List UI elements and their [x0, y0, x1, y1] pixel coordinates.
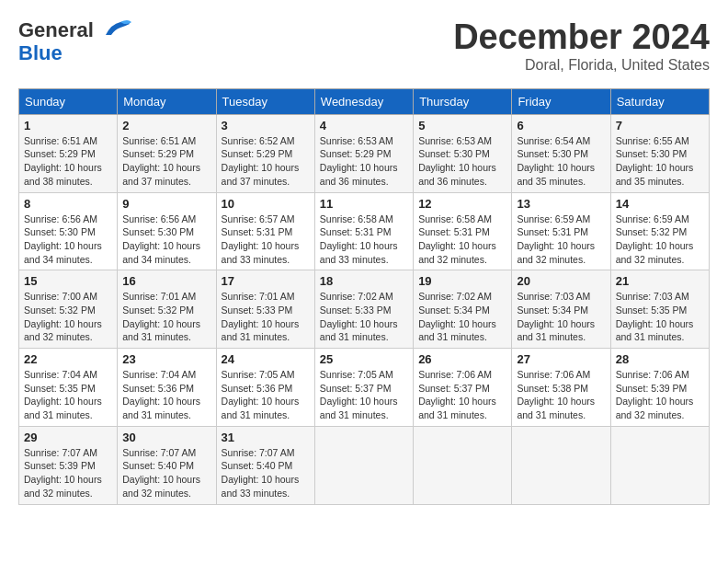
calendar-cell: 1 Sunrise: 6:51 AM Sunset: 5:29 PM Dayli…: [19, 114, 118, 192]
calendar-cell: 19 Sunrise: 7:02 AM Sunset: 5:34 PM Dayl…: [414, 270, 512, 349]
calendar-cell: 17 Sunrise: 7:01 AM Sunset: 5:33 PM Dayl…: [216, 270, 314, 349]
day-number: 6: [517, 119, 605, 132]
calendar-cell: 8 Sunrise: 6:56 AM Sunset: 5:30 PM Dayli…: [19, 192, 118, 270]
day-number: 30: [122, 431, 210, 444]
day-number: 8: [24, 197, 112, 211]
day-number: 21: [616, 274, 704, 288]
day-info: Sunrise: 7:07 AM Sunset: 5:39 PM Dayligh…: [24, 446, 112, 500]
day-info: Sunrise: 6:57 AM Sunset: 5:31 PM Dayligh…: [222, 213, 310, 267]
weekday-header-friday: Friday: [512, 88, 610, 114]
logo-text: General Blue: [18, 18, 131, 64]
day-number: 5: [418, 119, 506, 132]
calendar-cell: 3 Sunrise: 6:52 AM Sunset: 5:29 PM Dayli…: [216, 114, 314, 192]
calendar-week-row: 15 Sunrise: 7:00 AM Sunset: 5:32 PM Dayl…: [19, 270, 710, 349]
day-number: 22: [24, 352, 112, 366]
day-info: Sunrise: 6:54 AM Sunset: 5:30 PM Dayligh…: [517, 134, 605, 189]
calendar-cell: 15 Sunrise: 7:00 AM Sunset: 5:32 PM Dayl…: [19, 270, 118, 349]
calendar-cell: 12 Sunrise: 6:58 AM Sunset: 5:31 PM Dayl…: [414, 192, 512, 270]
calendar-cell: [512, 426, 610, 504]
calendar-cell: 26 Sunrise: 7:06 AM Sunset: 5:37 PM Dayl…: [414, 349, 512, 427]
day-info: Sunrise: 6:51 AM Sunset: 5:29 PM Dayligh…: [122, 134, 210, 189]
day-number: 20: [517, 274, 605, 288]
day-number: 16: [122, 274, 210, 288]
calendar-week-row: 8 Sunrise: 6:56 AM Sunset: 5:30 PM Dayli…: [19, 192, 710, 270]
calendar-cell: 2 Sunrise: 6:51 AM Sunset: 5:29 PM Dayli…: [118, 114, 216, 192]
day-info: Sunrise: 6:58 AM Sunset: 5:31 PM Dayligh…: [418, 213, 506, 267]
calendar-cell: 7 Sunrise: 6:55 AM Sunset: 5:30 PM Dayli…: [610, 114, 709, 192]
day-number: 27: [517, 352, 605, 366]
calendar-cell: 25 Sunrise: 7:05 AM Sunset: 5:37 PM Dayl…: [314, 349, 413, 427]
day-info: Sunrise: 7:04 AM Sunset: 5:35 PM Dayligh…: [24, 368, 112, 422]
day-number: 29: [24, 431, 112, 444]
calendar-cell: 18 Sunrise: 7:02 AM Sunset: 5:33 PM Dayl…: [314, 270, 413, 349]
calendar-cell: 30 Sunrise: 7:07 AM Sunset: 5:40 PM Dayl…: [118, 426, 216, 504]
calendar-cell: 24 Sunrise: 7:05 AM Sunset: 5:36 PM Dayl…: [216, 349, 314, 427]
calendar-cell: 29 Sunrise: 7:07 AM Sunset: 5:39 PM Dayl…: [19, 426, 118, 504]
day-number: 9: [122, 197, 210, 211]
calendar-cell: 20 Sunrise: 7:03 AM Sunset: 5:34 PM Dayl…: [512, 270, 610, 349]
calendar-cell: 5 Sunrise: 6:53 AM Sunset: 5:30 PM Dayli…: [414, 114, 512, 192]
day-info: Sunrise: 7:05 AM Sunset: 5:37 PM Dayligh…: [320, 368, 408, 422]
day-info: Sunrise: 7:06 AM Sunset: 5:37 PM Dayligh…: [418, 368, 506, 422]
calendar-cell: [610, 426, 709, 504]
weekday-header-thursday: Thursday: [414, 88, 512, 114]
calendar-cell: 27 Sunrise: 7:06 AM Sunset: 5:38 PM Dayl…: [512, 349, 610, 427]
calendar-cell: 4 Sunrise: 6:53 AM Sunset: 5:29 PM Dayli…: [314, 114, 413, 192]
day-info: Sunrise: 7:03 AM Sunset: 5:35 PM Dayligh…: [616, 290, 704, 344]
day-number: 15: [24, 274, 112, 288]
day-info: Sunrise: 6:53 AM Sunset: 5:29 PM Dayligh…: [320, 134, 408, 189]
day-info: Sunrise: 7:01 AM Sunset: 5:32 PM Dayligh…: [122, 290, 210, 344]
day-number: 24: [222, 352, 310, 366]
day-number: 18: [320, 274, 408, 288]
logo-bird-icon: [102, 17, 131, 42]
day-number: 26: [418, 352, 506, 366]
day-number: 28: [616, 352, 704, 366]
calendar-table: SundayMondayTuesdayWednesdayThursdayFrid…: [18, 88, 710, 505]
calendar-week-row: 29 Sunrise: 7:07 AM Sunset: 5:39 PM Dayl…: [19, 426, 710, 504]
day-info: Sunrise: 7:07 AM Sunset: 5:40 PM Dayligh…: [222, 446, 310, 500]
day-number: 31: [222, 431, 310, 444]
day-info: Sunrise: 7:02 AM Sunset: 5:34 PM Dayligh…: [418, 290, 506, 344]
calendar-cell: 11 Sunrise: 6:58 AM Sunset: 5:31 PM Dayl…: [314, 192, 413, 270]
calendar-week-row: 1 Sunrise: 6:51 AM Sunset: 5:29 PM Dayli…: [19, 114, 710, 192]
day-info: Sunrise: 7:00 AM Sunset: 5:32 PM Dayligh…: [24, 290, 112, 344]
day-number: 23: [122, 352, 210, 366]
day-number: 13: [517, 197, 605, 211]
calendar-cell: [414, 426, 512, 504]
calendar-cell: 21 Sunrise: 7:03 AM Sunset: 5:35 PM Dayl…: [610, 270, 709, 349]
day-info: Sunrise: 6:55 AM Sunset: 5:30 PM Dayligh…: [616, 134, 704, 189]
day-info: Sunrise: 6:51 AM Sunset: 5:29 PM Dayligh…: [24, 134, 112, 189]
day-info: Sunrise: 6:56 AM Sunset: 5:30 PM Dayligh…: [122, 213, 210, 267]
weekday-header-monday: Monday: [118, 88, 216, 114]
day-info: Sunrise: 7:04 AM Sunset: 5:36 PM Dayligh…: [122, 368, 210, 422]
day-number: 17: [222, 274, 310, 288]
day-info: Sunrise: 7:06 AM Sunset: 5:38 PM Dayligh…: [517, 368, 605, 422]
day-number: 4: [320, 119, 408, 132]
day-number: 12: [418, 197, 506, 211]
day-info: Sunrise: 6:52 AM Sunset: 5:29 PM Dayligh…: [222, 134, 310, 189]
month-title: December 2024: [453, 18, 710, 57]
day-number: 7: [616, 119, 704, 132]
day-info: Sunrise: 7:02 AM Sunset: 5:33 PM Dayligh…: [320, 290, 408, 344]
day-number: 25: [320, 352, 408, 366]
calendar-cell: [314, 426, 413, 504]
calendar-header-row: SundayMondayTuesdayWednesdayThursdayFrid…: [19, 88, 710, 114]
weekday-header-sunday: Sunday: [19, 88, 118, 114]
calendar-cell: 16 Sunrise: 7:01 AM Sunset: 5:32 PM Dayl…: [118, 270, 216, 349]
day-info: Sunrise: 7:01 AM Sunset: 5:33 PM Dayligh…: [222, 290, 310, 344]
day-info: Sunrise: 6:59 AM Sunset: 5:32 PM Dayligh…: [616, 213, 704, 267]
calendar-cell: 6 Sunrise: 6:54 AM Sunset: 5:30 PM Dayli…: [512, 114, 610, 192]
calendar-cell: 28 Sunrise: 7:06 AM Sunset: 5:39 PM Dayl…: [610, 349, 709, 427]
day-info: Sunrise: 7:05 AM Sunset: 5:36 PM Dayligh…: [222, 368, 310, 422]
day-info: Sunrise: 6:56 AM Sunset: 5:30 PM Dayligh…: [24, 213, 112, 267]
location: Doral, Florida, United States: [453, 57, 710, 74]
day-info: Sunrise: 6:53 AM Sunset: 5:30 PM Dayligh…: [418, 134, 506, 189]
day-number: 11: [320, 197, 408, 211]
calendar-cell: 22 Sunrise: 7:04 AM Sunset: 5:35 PM Dayl…: [19, 349, 118, 427]
page-header: General Blue December 2024 Doral, Florid…: [18, 18, 710, 74]
day-info: Sunrise: 6:58 AM Sunset: 5:31 PM Dayligh…: [320, 213, 408, 267]
day-info: Sunrise: 6:59 AM Sunset: 5:31 PM Dayligh…: [517, 213, 605, 267]
day-number: 10: [222, 197, 310, 211]
calendar-cell: 9 Sunrise: 6:56 AM Sunset: 5:30 PM Dayli…: [118, 192, 216, 270]
logo: General Blue: [18, 18, 131, 64]
